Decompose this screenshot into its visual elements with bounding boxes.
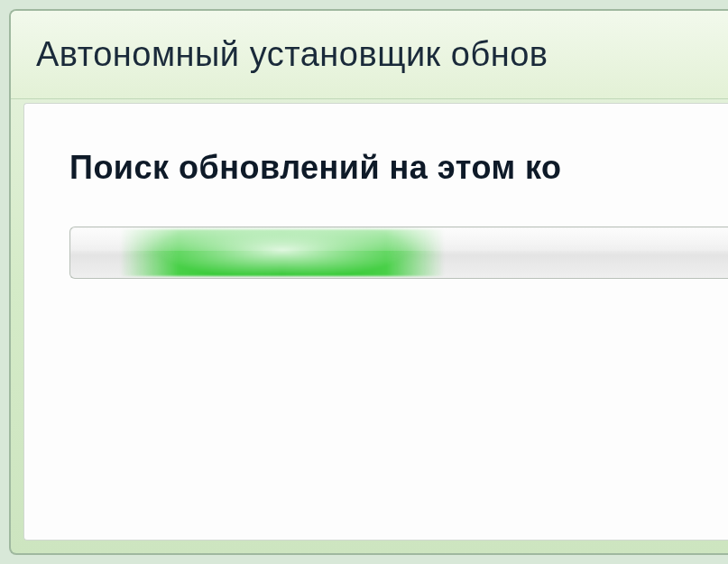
progress-bar (69, 227, 728, 279)
titlebar[interactable]: Автономный установщик обнов (11, 11, 728, 99)
progress-marquee-chunk (120, 229, 445, 276)
dialog-window: Автономный установщик обнов Поиск обновл… (9, 9, 728, 555)
client-area: Поиск обновлений на этом ко (23, 103, 728, 541)
window-title: Автономный установщик обнов (36, 35, 548, 74)
status-label: Поиск обновлений на этом ко (69, 149, 728, 187)
